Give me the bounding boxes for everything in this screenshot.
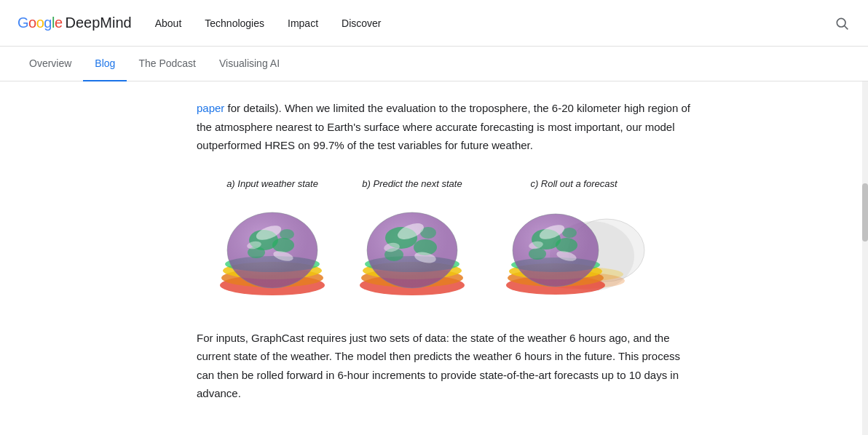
- scrollbar[interactable]: [862, 81, 868, 435]
- main-content: paper for details). When we limited the …: [121, 81, 747, 435]
- description-paragraph: For inputs, GraphCast requires just two …: [197, 329, 692, 403]
- globe-a: [214, 198, 331, 300]
- diagram-item-c: c) Roll out a forecast: [494, 178, 654, 300]
- diagram-section: a) Input weather state: [138, 178, 730, 300]
- site-header: Google DeepMind About Technologies Impac…: [0, 0, 868, 47]
- main-nav: About Technologies Impact Discover: [155, 17, 833, 29]
- diagram-label-b: b) Predict the next state: [362, 178, 462, 189]
- svg-point-21: [367, 212, 457, 288]
- intro-text: for details). When we limited the evalua…: [197, 102, 690, 151]
- paper-link[interactable]: paper: [197, 102, 224, 114]
- svg-point-40: [513, 214, 599, 287]
- tab-the-podcast[interactable]: The Podcast: [127, 47, 208, 81]
- svg-point-9: [272, 238, 294, 252]
- svg-point-42: [556, 238, 577, 252]
- nav-item-about[interactable]: About: [155, 17, 182, 29]
- tab-blog[interactable]: Blog: [83, 47, 127, 81]
- svg-point-43: [529, 248, 546, 260]
- diagram-item-b: b) Predict the next state: [354, 178, 470, 300]
- diagram-label-a: a) Input weather state: [226, 178, 318, 189]
- svg-point-0: [837, 18, 845, 27]
- google-logo: Google: [17, 15, 63, 31]
- logo[interactable]: Google DeepMind: [17, 15, 132, 31]
- scrollbar-thumb[interactable]: [862, 183, 868, 242]
- nav-item-discover[interactable]: Discover: [342, 17, 381, 29]
- svg-line-1: [845, 25, 848, 29]
- tab-visualising-ai[interactable]: Visualising AI: [208, 47, 291, 81]
- deepmind-logo: DeepMind: [66, 15, 132, 31]
- globe-c: [494, 198, 654, 300]
- intro-paragraph: paper for details). When we limited the …: [197, 99, 692, 155]
- tab-overview[interactable]: Overview: [17, 47, 83, 81]
- svg-point-11: [280, 229, 294, 239]
- nav-item-impact[interactable]: Impact: [288, 17, 318, 29]
- diagram-label-c: c) Roll out a forecast: [530, 178, 617, 189]
- svg-point-7: [227, 212, 317, 288]
- sub-navigation: Overview Blog The Podcast Visualising AI: [0, 47, 868, 81]
- globe-b: [354, 198, 470, 300]
- search-button[interactable]: [833, 15, 851, 32]
- nav-item-technologies[interactable]: Technologies: [205, 17, 264, 29]
- diagram-item-a: a) Input weather state: [214, 178, 331, 300]
